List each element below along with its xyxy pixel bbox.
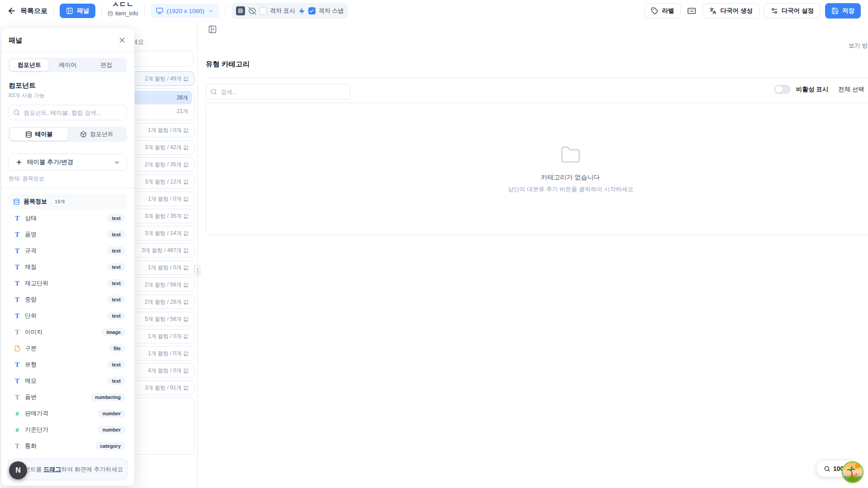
field-type-badge: number [98,426,125,434]
monitor-icon [156,7,163,14]
field-row[interactable]: # 기준단가 number [9,422,127,438]
field-row[interactable]: T 유형 text [9,357,127,373]
field-type-badge: text [107,312,125,320]
folder-icon [560,145,581,165]
field-name: 중량 [25,296,37,304]
save-button[interactable]: 저장 [825,3,861,19]
panel-left-icon [208,25,217,34]
label-button[interactable]: 라벨 [644,3,681,19]
divider [225,5,226,16]
project-title: ㅅㄷㄴ [112,0,134,9]
file-icon [14,345,20,352]
field-type-icon: # [14,410,20,417]
field-name: 통화 [25,442,37,450]
add-table-dropdown[interactable]: 테이블 추가/변경 [9,154,127,171]
search-icon [210,89,217,95]
panel-left-icon [66,7,73,14]
column-count-badge: 19개 [51,197,69,206]
sidebar-resize-handle[interactable] [195,265,200,276]
field-row[interactable]: T 중량 text [9,291,127,308]
field-type-badge: text [107,230,125,239]
field-row[interactable]: T 품명 text [9,226,127,243]
select-all-button[interactable]: 전체 선택 [838,85,864,94]
inactive-toggle[interactable] [774,85,791,94]
field-name: 판매가격 [25,409,48,418]
field-type-icon: T [14,329,20,336]
field-row[interactable]: T 상태 text [9,210,127,226]
tab-layers[interactable]: 레이어 [48,59,87,71]
i18n-generate-button[interactable]: 다국어 생성 [703,3,759,19]
panel-title: 패널 [9,36,22,45]
component-search-input[interactable] [9,105,127,120]
design-canvas: 보기 방식 유형 카테고리 비활성 표시 전체 선택 전체 해제 카테고리가 없… [198,22,868,488]
field-type-icon: T [14,248,20,254]
island-sticker[interactable] [841,461,864,483]
empty-state-title: 카테고리가 없습니다 [541,174,600,182]
back-to-list-button[interactable]: 목록으로 [7,6,47,15]
field-name: 재고단위 [25,279,48,287]
panel-close-button[interactable] [117,35,127,45]
field-type-icon: T [14,215,20,222]
field-row[interactable]: T 단위 text [9,308,127,324]
field-name: 이미지 [25,328,42,336]
tab-edit[interactable]: 편집 [87,59,126,71]
arrow-left-icon [7,6,16,15]
divider [206,77,868,78]
field-row[interactable]: T 이미지 image [9,324,127,340]
category-search-input[interactable] [206,84,350,99]
field-row[interactable]: T 메모 text [9,373,127,389]
close-icon [118,36,126,44]
field-type-icon: T [14,443,20,450]
divider [101,5,102,16]
mode-component-button[interactable]: 컴포넌트 [68,128,126,141]
component-panel: 패널 컴포넌트 레이어 편집 컴포넌트 83개 사용 가능 테이블 컴포넌트 테… [1,27,135,486]
divider [144,5,145,16]
eye-off-icon[interactable] [248,7,256,15]
mode-segment: 테이블 컴포넌트 [9,127,127,142]
field-type-badge: text [107,361,125,369]
grid-snap-checkbox[interactable] [308,7,316,14]
field-row[interactable]: T 재질 text [9,259,127,275]
current-table-label: 현재: 품목정보 [9,175,127,183]
field-row[interactable]: T 통화 category [9,438,127,454]
divider [1,188,134,188]
field-row[interactable]: # 판매가격 number [9,405,127,422]
field-name: 구분 [25,344,37,352]
field-type-icon: T [14,394,20,401]
field-row[interactable]: 구분 file [9,340,127,357]
section-title: 컴포넌트 [9,81,127,90]
database-icon [25,131,32,138]
field-type-badge: text [107,377,125,385]
available-count: 83개 사용 가능 [9,92,127,99]
i18n-settings-button[interactable]: 다국어 설정 [764,3,821,19]
search-icon [13,109,20,116]
field-name: 기준단가 [25,426,48,434]
grid-show-checkbox[interactable] [259,7,267,14]
check-icon [309,9,314,14]
field-row[interactable]: T 규격 text [9,243,127,259]
field-name: 재질 [25,263,37,271]
languages-icon [709,7,717,14]
field-row[interactable]: T 품번 numbering [9,389,127,405]
tab-components[interactable]: 컴포넌트 [10,59,48,71]
field-row[interactable]: T 재고단위 text [9,275,127,291]
table-header-row[interactable]: 품목정보 19개 [9,194,127,209]
box-icon [80,131,87,138]
database-icon [108,11,113,16]
field-type-badge: text [107,247,125,255]
canvas-panel-collapse-button[interactable] [207,24,218,35]
view-mode-label[interactable]: 보기 방식 [849,42,868,50]
field-name: 메모 [25,377,37,385]
panel-toggle-button[interactable]: 패널 [60,4,95,18]
save-icon [831,7,839,14]
chevron-down-icon [208,8,214,14]
field-type-icon: T [14,313,20,319]
keyboard-shortcuts-button[interactable] [685,5,698,17]
field-type-badge: numbering [90,393,125,401]
resolution-dropdown[interactable]: (868 x 488) [151,4,219,18]
mode-table-button[interactable]: 테이블 [10,128,68,141]
field-type-badge: text [107,279,125,287]
plus-icon [15,159,23,166]
field-type-badge: text [107,214,125,222]
field-name: 규격 [25,247,37,255]
